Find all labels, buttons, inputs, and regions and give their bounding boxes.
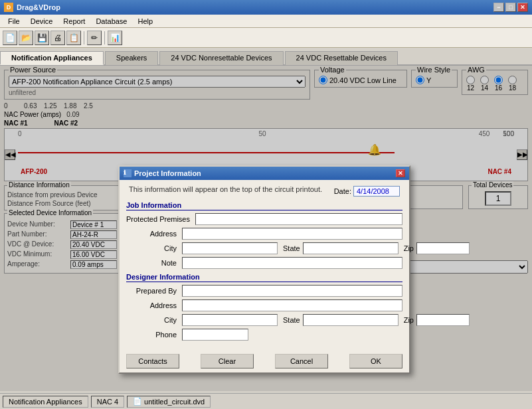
status-notification-appliances: Notification Appliances: [3, 396, 88, 408]
prepared-by-label: Prepared By: [126, 287, 179, 295]
status-bar: Notification Appliances NAC 4 📄 untitled…: [0, 393, 532, 409]
zip-label: Zip: [404, 244, 414, 252]
status-file: 📄 untitled_circuit.dvd: [127, 396, 211, 408]
designer-address-label: Address: [126, 301, 179, 309]
status-filename: untitled_circuit.dvd: [144, 398, 205, 406]
protected-premises-row: Protected Premises: [126, 213, 402, 225]
state-label: State: [283, 244, 300, 252]
prepared-by-row: Prepared By: [126, 285, 402, 297]
city-state-zip-row: City State Zip: [126, 242, 402, 254]
menu-database[interactable]: Database: [90, 17, 132, 26]
dialog-info-text: This information will appear on the top …: [129, 185, 322, 193]
designer-address-row: Address: [126, 299, 402, 311]
menu-help[interactable]: Help: [132, 17, 158, 26]
address-input[interactable]: [182, 228, 402, 240]
zip-input[interactable]: [416, 242, 470, 254]
menu-report[interactable]: Report: [58, 17, 90, 26]
tab-24vdc-resettable[interactable]: 24 VDC Resettable Devices: [285, 51, 398, 65]
open-button[interactable]: 📂: [19, 31, 33, 45]
menu-file[interactable]: File: [3, 17, 25, 26]
designer-city-label: City: [126, 316, 179, 324]
city-input[interactable]: [182, 242, 278, 254]
print-button[interactable]: 🖨: [50, 31, 65, 45]
dialog-title-bar: ℹ Project Information ✕: [120, 167, 409, 180]
protected-premises-input[interactable]: [195, 213, 402, 225]
designer-state-label: State: [283, 316, 300, 324]
dialog-close-button[interactable]: ✕: [396, 169, 405, 177]
address-label: Address: [126, 230, 179, 238]
designer-state-input[interactable]: [303, 314, 399, 326]
title-bar: D Drag&VDrop − □ ✕: [0, 0, 532, 15]
designer-info-header: Designer Information: [126, 273, 402, 282]
chart-button[interactable]: 📊: [108, 31, 122, 45]
contacts-button[interactable]: Contacts: [126, 354, 179, 368]
app-icon: D: [4, 3, 13, 12]
note-row: Note: [126, 257, 402, 269]
tabs-bar: Notification Appliances Speakers 24 VDC …: [0, 48, 532, 66]
protected-premises-label: Protected Premises: [126, 215, 193, 223]
phone-row: Phone: [126, 329, 402, 341]
tab-notification-appliances[interactable]: Notification Appliances: [0, 51, 104, 65]
modal-overlay: ℹ Project Information ✕ This information…: [0, 66, 532, 391]
ok-button[interactable]: OK: [349, 354, 402, 368]
main-content: Power Source AFP-200 Notification Applia…: [0, 66, 532, 391]
designer-zip-input[interactable]: [416, 314, 470, 326]
designer-city-input[interactable]: [182, 314, 278, 326]
designer-zip-label: Zip: [404, 316, 414, 324]
minimize-button[interactable]: −: [493, 3, 504, 12]
designer-city-state-row: City State Zip: [126, 314, 402, 326]
copy-button[interactable]: 📋: [66, 31, 81, 45]
toolbar-sep2: [104, 31, 105, 44]
prepared-by-input[interactable]: [182, 285, 402, 297]
menu-device[interactable]: Device: [25, 17, 58, 26]
date-label: Date:: [334, 187, 351, 195]
status-nac4: NAC 4: [91, 396, 124, 408]
dialog-body: This information will appear on the top …: [120, 180, 409, 349]
tab-24vdc-nonresettable[interactable]: 24 VDC Nonresettable Devices: [159, 51, 283, 65]
info-line: This information will appear on the top …: [126, 185, 402, 197]
dialog-icon: ℹ: [124, 169, 132, 177]
note-label: Note: [126, 259, 179, 267]
tab-speakers[interactable]: Speakers: [105, 51, 158, 65]
dialog-buttons: Contacts Clear Cancel OK: [120, 349, 409, 372]
edit-button[interactable]: ✏: [87, 31, 102, 45]
cancel-button[interactable]: Cancel: [275, 354, 328, 368]
phone-input[interactable]: [182, 329, 248, 341]
menu-bar: File Device Report Database Help: [0, 15, 532, 28]
toolbar: 📄 📂 💾 🖨 📋 ✏ 📊: [0, 28, 532, 48]
maximize-button[interactable]: □: [505, 3, 516, 12]
dialog-title-text: Project Information: [134, 169, 201, 177]
note-input[interactable]: [182, 257, 402, 269]
new-button[interactable]: 📄: [3, 31, 17, 45]
project-info-dialog: ℹ Project Information ✕ This information…: [118, 165, 410, 374]
save-button[interactable]: 💾: [35, 31, 49, 45]
date-input[interactable]: [353, 186, 400, 197]
address-row: Address: [126, 228, 402, 240]
app-title: Drag&VDrop: [17, 3, 60, 11]
phone-label: Phone: [126, 331, 179, 339]
clear-button[interactable]: Clear: [201, 354, 254, 368]
toolbar-sep: [84, 31, 84, 44]
app-close-button[interactable]: ✕: [517, 3, 528, 12]
designer-address-input[interactable]: [182, 299, 402, 311]
job-info-header: Job Information: [126, 201, 402, 210]
city-label: City: [126, 244, 179, 252]
state-input[interactable]: [303, 242, 399, 254]
